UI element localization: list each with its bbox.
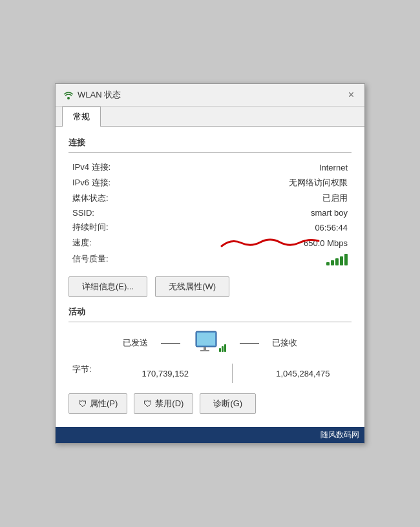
diagnose-button[interactable]: 诊断(G) <box>200 393 256 414</box>
window-title: WLAN 状态 <box>78 89 121 101</box>
activity-divider <box>68 322 352 322</box>
duration-label: 持续时间: <box>68 220 146 235</box>
properties-button[interactable]: 🛡 属性(P) <box>68 393 127 414</box>
properties-label: 属性(P) <box>90 398 118 409</box>
received-label: 已接收 <box>272 337 297 349</box>
signal-value <box>146 251 352 267</box>
activity-section: 活动 已发送 <box>68 306 352 383</box>
svg-rect-3 <box>204 347 206 350</box>
computer-icon <box>193 329 227 357</box>
bar-2 <box>331 260 334 265</box>
shield-icon-disable: 🛡 <box>143 398 152 409</box>
bar-5 <box>344 254 348 265</box>
bar-1 <box>326 262 330 265</box>
speed-annotation: 650.0 Mbps <box>150 238 348 248</box>
table-row: IPv4 连接: Internet <box>68 160 352 175</box>
table-row: IPv6 连接: 无网络访问权限 <box>68 175 352 191</box>
media-label: 媒体状态: <box>68 191 146 206</box>
details-button[interactable]: 详细信息(E)... <box>68 276 147 297</box>
sent-label: 已发送 <box>123 337 148 349</box>
connection-info-table: IPv4 连接: Internet IPv6 连接: 无网络访问权限 媒体状态:… <box>68 160 352 267</box>
signal-row: 信号质量: <box>68 251 352 267</box>
bar-4 <box>340 256 343 265</box>
computer-svg <box>193 329 227 357</box>
activity-section-title: 活动 <box>68 306 352 318</box>
svg-rect-5 <box>219 348 221 352</box>
bottom-button-row: 🛡 属性(P) 🛡 禁用(D) 诊断(G) <box>68 393 352 414</box>
watermark: 随风数码网 <box>56 427 364 443</box>
wifi-icon <box>63 90 74 100</box>
table-row: SSID: smart boy <box>68 206 352 220</box>
signal-label: 信号质量: <box>68 251 146 267</box>
table-row: 媒体状态: 已启用 <box>68 191 352 206</box>
signal-bars <box>326 253 348 265</box>
bar-3 <box>335 258 339 265</box>
bytes-row: 字节: 170,739,152 1,045,284,475 <box>68 364 352 383</box>
close-button[interactable]: × <box>346 90 357 100</box>
ssid-value: smart boy <box>146 206 352 220</box>
disable-button[interactable]: 🛡 禁用(D) <box>134 393 193 414</box>
wlan-status-window: WLAN 状态 × 常规 连接 IPv4 连接: Internet IPv6 连… <box>55 83 365 444</box>
detail-button-row: 详细信息(E)... 无线属性(W) <box>68 276 352 297</box>
red-annotation <box>218 233 322 253</box>
bytes-values: 170,739,152 1,045,284,475 <box>120 364 352 383</box>
ipv6-label: IPv6 连接: <box>68 175 146 191</box>
connection-divider <box>68 152 352 153</box>
ipv6-value: 无网络访问权限 <box>146 175 352 191</box>
speed-value: 650.0 Mbps <box>146 235 352 251</box>
bytes-divider <box>232 364 233 383</box>
ipv4-value: Internet <box>146 160 352 175</box>
wireless-props-button[interactable]: 无线属性(W) <box>155 276 229 297</box>
activity-visual: 已发送 <box>68 329 352 357</box>
received-line <box>240 343 259 344</box>
tabs-bar: 常规 <box>56 107 364 127</box>
speed-row: 速度: 650.0 Mbps <box>68 235 352 251</box>
svg-rect-2 <box>197 333 215 346</box>
title-bar-left: WLAN 状态 <box>63 89 121 101</box>
title-bar: WLAN 状态 × <box>56 84 364 107</box>
main-content: 连接 IPv4 连接: Internet IPv6 连接: 无网络访问权限 媒体… <box>56 127 364 427</box>
speed-label: 速度: <box>68 235 146 251</box>
svg-rect-0 <box>67 97 70 99</box>
bytes-label: 字节: <box>68 364 120 375</box>
ssid-label: SSID: <box>68 206 146 220</box>
sent-bytes: 170,739,152 <box>142 369 189 378</box>
svg-rect-6 <box>222 346 224 352</box>
ipv4-label: IPv4 连接: <box>68 160 146 175</box>
svg-rect-7 <box>224 344 226 352</box>
connection-section-title: 连接 <box>68 137 352 149</box>
svg-rect-4 <box>200 350 209 351</box>
received-bytes: 1,045,284,475 <box>276 369 330 378</box>
shield-icon-properties: 🛡 <box>78 398 87 409</box>
sent-line <box>161 343 180 344</box>
disable-label: 禁用(D) <box>155 398 184 409</box>
media-value: 已启用 <box>146 191 352 206</box>
tab-general[interactable]: 常规 <box>62 107 101 127</box>
